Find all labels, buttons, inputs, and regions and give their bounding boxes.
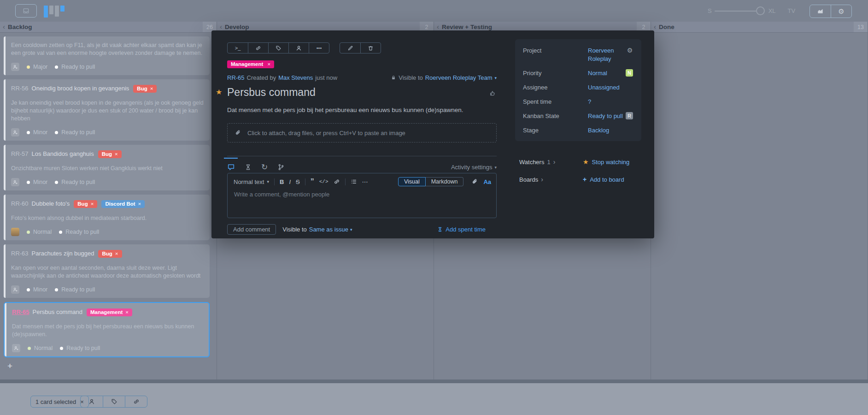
- bullet-list-button[interactable]: [351, 178, 357, 185]
- chevron-down-icon[interactable]: ▾: [494, 76, 497, 80]
- thumbs-up-button[interactable]: [489, 89, 496, 96]
- insert-link-button[interactable]: [334, 178, 340, 185]
- field-value[interactable]: Unassigned: [588, 83, 626, 92]
- assignee-avatar[interactable]: [12, 344, 20, 352]
- strikethrough-button[interactable]: S: [296, 178, 300, 185]
- card-id[interactable]: RR-56: [11, 85, 29, 92]
- field-value[interactable]: Backlog: [588, 126, 626, 135]
- tv-mode-button[interactable]: TV: [788, 7, 796, 14]
- assignee-avatar[interactable]: [11, 285, 19, 294]
- board-card[interactable]: RR-57Los Bandidos ganghuisBug× Onzichtba…: [4, 145, 210, 190]
- field-value[interactable]: Roerveen Roleplay: [588, 47, 626, 63]
- remove-tag-icon[interactable]: ×: [150, 86, 153, 91]
- visual-mode-button[interactable]: Visual: [398, 177, 426, 186]
- tag-chip[interactable]: Bug×: [74, 200, 97, 208]
- paragraph-format-select[interactable]: Normal text ▾: [234, 178, 269, 185]
- tag-chip[interactable]: Discord Bot×: [101, 200, 145, 208]
- card-state: Ready to pull: [61, 286, 95, 293]
- visibility-group-link[interactable]: Roerveen Roleplay Team: [425, 74, 493, 81]
- card-id[interactable]: RR-65: [12, 308, 29, 315]
- assignee-avatar[interactable]: [11, 128, 19, 136]
- board-card[interactable]: Een cooldown zetten op F11, als je dit v…: [4, 36, 210, 75]
- star-icon[interactable]: ★: [216, 88, 222, 96]
- remove-tag-icon[interactable]: ×: [125, 309, 129, 315]
- italic-button[interactable]: I: [289, 178, 291, 185]
- issue-id-link[interactable]: RR-65: [227, 74, 245, 81]
- board-card[interactable]: RR-60Dubbele foto'sBug×Discord Bot× Foto…: [4, 195, 210, 240]
- link-selected-button[interactable]: [125, 396, 147, 407]
- tag-chip[interactable]: Management×: [87, 308, 132, 316]
- field-row-assignee: Assignee Unassigned: [523, 83, 634, 92]
- remove-tag-icon[interactable]: ×: [138, 201, 141, 207]
- comment-visibility-select[interactable]: Same as issue: [309, 226, 348, 233]
- board-view-buttons: ⚙: [809, 5, 852, 18]
- card-id[interactable]: RR-60: [11, 200, 29, 207]
- remove-tag-icon[interactable]: ×: [115, 251, 118, 256]
- link-issue-button[interactable]: [248, 43, 268, 53]
- collapse-column-icon[interactable]: ‹: [220, 23, 222, 30]
- activity-settings-button[interactable]: Activity settings ▾: [451, 164, 497, 171]
- add-card-button[interactable]: +: [7, 362, 17, 370]
- state-dot: [55, 131, 58, 134]
- edit-issue-button[interactable]: [340, 43, 360, 53]
- tag-label: Discord Bot: [105, 201, 135, 207]
- collapse-column-icon[interactable]: ‹: [3, 23, 5, 30]
- assignee-avatar[interactable]: [11, 178, 19, 186]
- card-id[interactable]: RR-57: [11, 150, 29, 157]
- more-formatting-button[interactable]: ⋯: [362, 178, 368, 185]
- tag-chip[interactable]: Bug×: [98, 250, 122, 258]
- add-spent-time-button[interactable]: Add spent time: [437, 226, 486, 233]
- font-size-toggle[interactable]: Aa: [483, 178, 491, 185]
- tab-history[interactable]: ↻: [261, 163, 268, 172]
- markdown-mode-button[interactable]: Markdown: [426, 177, 464, 186]
- comment-input[interactable]: Write a comment, @mention people: [228, 186, 496, 202]
- tab-vcs[interactable]: [277, 163, 285, 171]
- tab-comments[interactable]: [227, 163, 235, 171]
- quote-button[interactable]: ”: [311, 179, 314, 184]
- assignee-avatar[interactable]: [11, 228, 19, 236]
- remove-tag-icon[interactable]: ×: [268, 61, 271, 67]
- issue-tags: Management ×: [227, 59, 497, 68]
- tag-chip[interactable]: Bug×: [133, 85, 157, 93]
- remove-tag-icon[interactable]: ×: [115, 151, 118, 157]
- more-actions-button[interactable]: •••: [309, 43, 329, 53]
- command-dialog-button[interactable]: >_: [228, 43, 248, 53]
- board-card[interactable]: RR-63Parachutes zijn buggedBug× Kan open…: [4, 244, 210, 298]
- remove-tag-icon[interactable]: ×: [91, 201, 94, 207]
- card-id[interactable]: RR-63: [11, 250, 29, 257]
- tab-spent-time[interactable]: [245, 163, 252, 171]
- field-value[interactable]: Ready to pull: [588, 112, 626, 120]
- board-card-selected[interactable]: RR-65Persbus commandManagement× Dat mens…: [4, 302, 210, 357]
- collapse-column-icon[interactable]: ‹: [654, 23, 656, 30]
- assignee-avatar[interactable]: [11, 63, 19, 71]
- add-tag-button[interactable]: [268, 43, 288, 53]
- inbox-button[interactable]: [15, 4, 37, 18]
- add-to-board-button[interactable]: + Add to board: [583, 176, 642, 183]
- field-value[interactable]: Normal: [588, 69, 626, 77]
- tag-chip[interactable]: Bug×: [98, 150, 122, 158]
- add-comment-button[interactable]: Add comment: [227, 224, 276, 235]
- attachment-dropzone[interactable]: Click to attach, drag files, or press Ct…: [227, 123, 497, 142]
- bold-button[interactable]: B: [280, 178, 284, 185]
- gear-icon[interactable]: ⚙: [626, 47, 634, 54]
- code-button[interactable]: </>: [319, 179, 328, 184]
- stop-watching-button[interactable]: ★ Stop watching: [583, 158, 642, 166]
- boards-link[interactable]: Boards ›: [519, 176, 583, 183]
- tag-label: Bug: [77, 201, 88, 207]
- size-slider-knob[interactable]: [756, 6, 765, 15]
- delete-issue-button[interactable]: [360, 43, 381, 53]
- board-card[interactable]: RR-56Oneindig brood kopen in gevangenisB…: [4, 79, 210, 141]
- assign-selected-button[interactable]: [81, 396, 103, 407]
- assign-button[interactable]: [288, 43, 309, 53]
- board-switcher-icon[interactable]: [44, 6, 65, 18]
- author-link[interactable]: Max Stevens: [278, 74, 313, 81]
- field-value[interactable]: ?: [588, 98, 626, 106]
- watchers-link[interactable]: Watchers 1 ›: [519, 158, 583, 166]
- size-slider-track[interactable]: [715, 11, 757, 12]
- tag-chip[interactable]: Management ×: [227, 60, 274, 68]
- collapse-column-icon[interactable]: ‹: [437, 23, 439, 30]
- board-settings-button[interactable]: ⚙: [831, 5, 851, 18]
- attach-to-comment-button[interactable]: [471, 178, 478, 185]
- chart-view-button[interactable]: [810, 5, 831, 18]
- tag-selected-button[interactable]: [103, 396, 125, 407]
